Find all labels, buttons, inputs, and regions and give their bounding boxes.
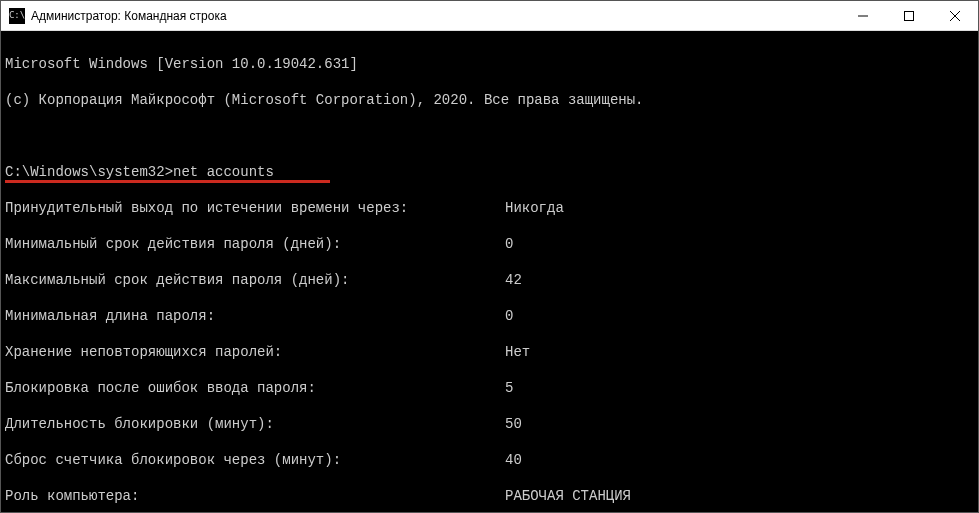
output-value: РАБОЧАЯ СТАНЦИЯ: [505, 487, 631, 505]
output-value: 50: [505, 415, 522, 433]
output-row: Минимальный срок действия пароля (дней):…: [5, 235, 974, 253]
output-row: Принудительный выход по истечении времен…: [5, 199, 974, 217]
command-prompt-window: C:\ Администратор: Командная строка Micr…: [0, 0, 979, 513]
copyright-line: (c) Корпорация Майкрософт (Microsoft Cor…: [5, 91, 974, 109]
prompt-line: C:\Windows\system32>net accounts: [5, 163, 974, 181]
output-value: 0: [505, 307, 513, 325]
output-label: Длительность блокировки (минут):: [5, 415, 505, 433]
output-label: Роль компьютера:: [5, 487, 505, 505]
output-label: Блокировка после ошибок ввода пароля:: [5, 379, 505, 397]
cmd-icon: C:\: [9, 8, 25, 24]
maximize-button[interactable]: [886, 1, 932, 30]
output-value: 5: [505, 379, 513, 397]
output-value: 42: [505, 271, 522, 289]
output-value: 0: [505, 235, 513, 253]
output-row: Роль компьютера:РАБОЧАЯ СТАНЦИЯ: [5, 487, 974, 505]
close-button[interactable]: [932, 1, 978, 30]
output-label: Минимальный срок действия пароля (дней):: [5, 235, 505, 253]
titlebar[interactable]: C:\ Администратор: Командная строка: [1, 1, 978, 31]
output-row: Сброс счетчика блокировок через (минут):…: [5, 451, 974, 469]
minimize-button[interactable]: [840, 1, 886, 30]
output-label: Максимальный срок действия пароля (дней)…: [5, 271, 505, 289]
output-label: Принудительный выход по истечении времен…: [5, 199, 505, 217]
red-underline: [5, 180, 330, 183]
output-label: Сброс счетчика блокировок через (минут):: [5, 451, 505, 469]
output-row: Минимальная длина пароля:0: [5, 307, 974, 325]
command-text: net accounts: [173, 164, 274, 180]
svg-rect-1: [905, 11, 914, 20]
output-row: Максимальный срок действия пароля (дней)…: [5, 271, 974, 289]
output-value: Нет: [505, 343, 530, 361]
output-row: Длительность блокировки (минут):50: [5, 415, 974, 433]
terminal-area[interactable]: Microsoft Windows [Version 10.0.19042.63…: [1, 31, 978, 512]
blank-line: [5, 127, 974, 145]
header-line: Microsoft Windows [Version 10.0.19042.63…: [5, 55, 974, 73]
output-value: 40: [505, 451, 522, 469]
window-title: Администратор: Командная строка: [31, 9, 840, 23]
prompt-path: C:\Windows\system32>: [5, 164, 173, 180]
window-controls: [840, 1, 978, 30]
output-row: Хранение неповторяющихся паролей:Нет: [5, 343, 974, 361]
output-label: Минимальная длина пароля:: [5, 307, 505, 325]
output-label: Хранение неповторяющихся паролей:: [5, 343, 505, 361]
output-value: Никогда: [505, 199, 564, 217]
output-row: Блокировка после ошибок ввода пароля:5: [5, 379, 974, 397]
